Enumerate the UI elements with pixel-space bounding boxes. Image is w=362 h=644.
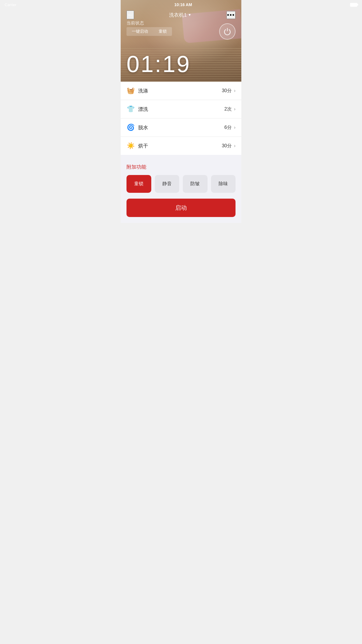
addon-title: 附加功能 (126, 164, 236, 170)
dropdown-icon[interactable]: ▼ (188, 13, 191, 17)
quick-start-button[interactable]: 一键启动 (126, 27, 153, 36)
more-button[interactable]: ••• (226, 11, 236, 19)
power-button[interactable] (219, 23, 236, 40)
status-bar: Carrier 10:16 AM (121, 0, 241, 8)
addon-section: 附加功能 童锁 静音 防皱 除味 (121, 158, 241, 193)
silent-toggle[interactable]: 静音 (155, 175, 180, 193)
rinse-label: 漂洗 (138, 106, 224, 113)
hero-section: ← 洗衣机1 ▼ ••• 当前状态 一键启动 童锁 01:19 (121, 0, 241, 82)
deodorize-toggle[interactable]: 除味 (211, 175, 236, 193)
main-content: 🧺 洗涤 30分 › 👕 漂洗 2次 › 🌀 脱水 6分 › ☀️ 烘干 30分… (121, 82, 241, 223)
power-icon (223, 27, 231, 36)
back-button[interactable]: ← (126, 10, 134, 19)
rinse-item[interactable]: 👕 漂洗 2次 › (121, 100, 241, 118)
start-section: 启动 (121, 193, 241, 223)
child-lock-toggle[interactable]: 童锁 (126, 175, 151, 193)
header-title: 洗衣机1 ▼ (169, 12, 191, 18)
wash-item[interactable]: 🧺 洗涤 30分 › (121, 82, 241, 100)
spin-chevron: › (234, 125, 236, 130)
start-button[interactable]: 启动 (126, 199, 236, 217)
wash-label: 洗涤 (138, 88, 222, 94)
spin-icon: 🌀 (126, 124, 135, 131)
spin-value: 6分 (224, 125, 232, 131)
wash-chevron: › (234, 88, 236, 93)
wash-value: 30分 (222, 88, 232, 94)
app-header: ← 洗衣机1 ▼ ••• (121, 8, 241, 22)
anti-wrinkle-toggle[interactable]: 防皱 (183, 175, 208, 193)
dry-icon: ☀️ (126, 142, 135, 150)
rinse-value: 2次 (224, 106, 232, 112)
child-lock-button[interactable]: 童锁 (153, 27, 172, 36)
dry-item[interactable]: ☀️ 烘干 30分 › (121, 137, 241, 155)
addon-buttons-group: 童锁 静音 防皱 除味 (126, 175, 236, 193)
rinse-chevron: › (234, 106, 236, 112)
dry-value: 30分 (222, 143, 232, 149)
time-text: 10:16 AM (174, 2, 192, 7)
rinse-icon: 👕 (126, 105, 135, 113)
dry-label: 烘干 (138, 143, 222, 149)
device-name: 洗衣机1 (169, 12, 187, 18)
settings-list: 🧺 洗涤 30分 › 👕 漂洗 2次 › 🌀 脱水 6分 › ☀️ 烘干 30分… (121, 82, 241, 155)
timer-display: 01:19 (126, 52, 236, 76)
wash-icon: 🧺 (126, 87, 135, 94)
spin-item[interactable]: 🌀 脱水 6分 › (121, 118, 241, 137)
dry-chevron: › (234, 143, 236, 148)
spin-label: 脱水 (138, 124, 224, 131)
